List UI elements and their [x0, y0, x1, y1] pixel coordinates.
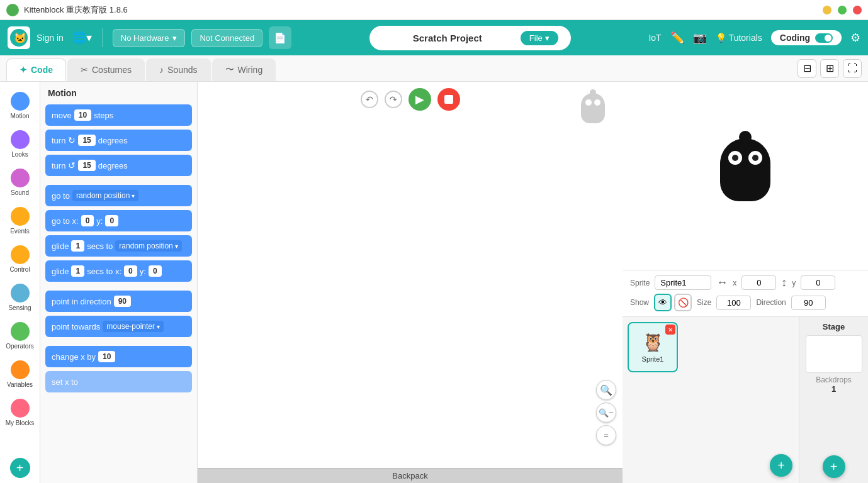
block-glide-pos[interactable]: glide 1 secs to random position	[45, 235, 192, 257]
toolbar: 🐱 Sign in 🌐▾ No Hardware ▾ Not Connected…	[0, 20, 868, 55]
block-glide-xy[interactable]: glide 1 secs to x: 0 y: 0	[45, 260, 192, 282]
backpack-bar[interactable]: Backpack	[198, 468, 623, 483]
coding-toggle	[815, 33, 833, 43]
sidebar-label-operators: Operators	[6, 343, 33, 350]
block-partial[interactable]: set x to	[45, 371, 192, 392]
tab-code[interactable]: ✦ Code	[6, 58, 66, 81]
stop-button[interactable]	[437, 88, 460, 111]
sidebar-item-sound[interactable]: Sound	[0, 164, 40, 202]
show-hidden-button[interactable]: 🚫	[674, 294, 692, 311]
block-move[interactable]: move 10 steps	[45, 104, 192, 126]
camera-icon-button[interactable]: 📷	[693, 31, 707, 45]
block-turn-ccw-value[interactable]: 15	[78, 160, 95, 171]
sprite-y-input[interactable]	[801, 275, 835, 290]
show-visible-button[interactable]: 👁	[654, 294, 672, 311]
tab-costumes[interactable]: ✂ Costumes	[67, 58, 145, 81]
close-button[interactable]	[853, 6, 862, 14]
owl-hat	[739, 131, 752, 143]
block-goto-text: go to	[52, 191, 70, 201]
block-turn-ccw-text: turn	[52, 161, 65, 170]
canvas-background[interactable]: ↶ ↷ ▶	[198, 82, 623, 468]
toolbar-divider-1	[102, 28, 103, 47]
collapse-left-button[interactable]: ⊟	[798, 59, 816, 78]
sidebar-label-control: Control	[9, 266, 30, 274]
block-goto-xy[interactable]: go to x: 0 y: 0	[45, 210, 192, 231]
edit-icon-button[interactable]: ✏️	[670, 31, 684, 45]
maximize-button[interactable]	[838, 6, 847, 14]
add-backdrop-button[interactable]: +	[823, 455, 845, 478]
sidebar-item-control[interactable]: Control	[0, 240, 40, 279]
project-inner: Scratch Project File ▾	[369, 26, 571, 50]
sprite-name-input[interactable]	[655, 275, 711, 290]
sidebar-item-sensing[interactable]: Sensing	[0, 279, 40, 317]
add-sprite-button[interactable]: +	[770, 454, 792, 477]
stage-thumbnail[interactable]	[806, 335, 862, 373]
sprite-x-label: x	[733, 279, 736, 287]
settings-button[interactable]: ⚙	[850, 31, 860, 45]
block-glide-xy-x[interactable]: 0	[124, 265, 137, 277]
block-glide-pos-secs[interactable]: 1	[71, 240, 84, 252]
block-turn-cw-degrees: degrees	[98, 136, 128, 145]
show-buttons: 👁 🚫	[654, 294, 692, 311]
hardware-chevron: ▾	[172, 33, 177, 43]
block-point-dir-value[interactable]: 90	[114, 296, 131, 307]
add-extension-button[interactable]: +	[10, 458, 30, 478]
tutorials-label: Tutorials	[729, 33, 762, 43]
block-glide-xy-y[interactable]: 0	[149, 265, 162, 277]
zoom-out-button[interactable]: 🔍−	[596, 402, 616, 423]
tab-wiring[interactable]: 〜 Wiring	[212, 58, 276, 81]
coding-toggle-button[interactable]: Coding	[771, 30, 842, 45]
project-name[interactable]: Scratch Project	[382, 33, 513, 43]
block-move-value[interactable]: 10	[74, 109, 91, 121]
sidebar-item-variables[interactable]: Variables	[0, 355, 40, 394]
block-goto-y-value[interactable]: 0	[105, 215, 118, 226]
redo-button[interactable]: ↷	[385, 91, 402, 108]
collapse-right-button[interactable]: ⊞	[820, 59, 839, 78]
zoom-center-button[interactable]: =	[596, 425, 616, 445]
sprite-item-sprite1[interactable]: 🦉 Sprite1 ✕	[628, 322, 678, 372]
connect-button[interactable]: Not Connected	[191, 29, 262, 47]
block-turn-ccw-degrees: degrees	[98, 161, 128, 170]
green-flag-button[interactable]: ▶	[409, 88, 431, 111]
myblocks-dot	[11, 399, 30, 418]
block-turn-cw-value[interactable]: 15	[78, 135, 95, 146]
block-point-towards-dropdown[interactable]: mouse-pointer	[103, 321, 164, 332]
iot-button[interactable]: IoT	[648, 33, 661, 43]
block-goto-dropdown[interactable]: random position	[72, 190, 138, 201]
sprite-direction-input[interactable]	[791, 296, 826, 310]
sprite-x-input[interactable]	[741, 275, 776, 290]
block-turn-cw-icon: ↻	[68, 135, 76, 145]
block-point-dir-text: point in direction	[52, 297, 111, 306]
block-point-dir[interactable]: point in direction 90	[45, 291, 192, 312]
language-button[interactable]: 🌐▾	[72, 31, 92, 45]
sprite-info-row1: Sprite ↔ x ↕ y	[630, 275, 860, 290]
sidebar-item-myblocks[interactable]: My Blocks	[0, 394, 40, 432]
sidebar-item-events[interactable]: Events	[0, 202, 40, 240]
tutorials-button[interactable]: 💡 Tutorials	[716, 33, 762, 43]
block-glide-xy-secs[interactable]: 1	[71, 265, 84, 277]
sidebar-item-motion[interactable]: Motion	[0, 87, 40, 125]
block-change-x-value[interactable]: 10	[98, 351, 115, 362]
sprite-size-input[interactable]	[716, 296, 751, 310]
block-glide-xy-y-text: y:	[140, 267, 146, 276]
block-turn-cw[interactable]: turn ↻ 15 degrees	[45, 130, 192, 151]
file-icon-button[interactable]: 📄	[269, 26, 291, 49]
sprite-delete-button[interactable]: ✕	[665, 325, 675, 335]
sprite-info-panel: Sprite ↔ x ↕ y Show 👁 🚫 Size Direction	[623, 270, 868, 317]
block-change-x[interactable]: change x by 10	[45, 346, 192, 367]
hardware-selector[interactable]: No Hardware ▾	[113, 29, 186, 47]
block-glide-pos-dropdown[interactable]: random position	[115, 240, 181, 252]
block-point-towards[interactable]: point towards mouse-pointer	[45, 316, 192, 337]
signin-button[interactable]: Sign in	[37, 33, 64, 43]
block-turn-ccw[interactable]: turn ↺ 15 degrees	[45, 155, 192, 176]
zoom-in-button[interactable]: 🔍	[596, 380, 616, 400]
sidebar-item-operators[interactable]: Operators	[0, 317, 40, 355]
sidebar-item-looks[interactable]: Looks	[0, 125, 40, 164]
block-goto-x-value[interactable]: 0	[81, 215, 94, 226]
undo-button[interactable]: ↶	[361, 91, 378, 108]
file-menu-button[interactable]: File ▾	[521, 31, 558, 45]
minimize-button[interactable]	[823, 6, 831, 14]
fullscreen-button[interactable]: ⛶	[843, 59, 862, 78]
block-goto-pos[interactable]: go to random position	[45, 185, 192, 206]
tab-sounds[interactable]: ♪ Sounds	[146, 58, 210, 81]
